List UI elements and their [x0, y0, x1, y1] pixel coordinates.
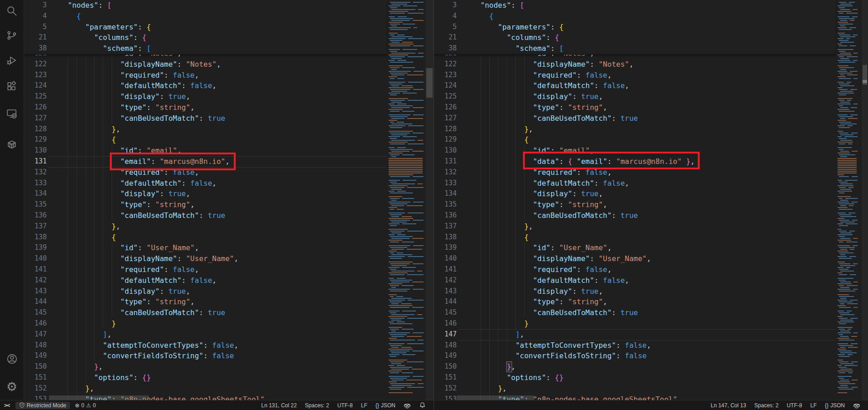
- language-mode[interactable]: {} JSON: [373, 402, 398, 409]
- minimap[interactable]: [836, 0, 859, 400]
- remote-explorer-icon[interactable]: [0, 103, 24, 124]
- line-number[interactable]: 144: [434, 296, 457, 307]
- cursor-position[interactable]: Ln 131, Col 22: [259, 402, 299, 409]
- line-number[interactable]: 126: [24, 102, 47, 113]
- line-number[interactable]: 145: [434, 307, 457, 318]
- code-line[interactable]: 138 {: [434, 232, 868, 243]
- line-number[interactable]: 139: [434, 242, 457, 253]
- remote-indicator[interactable]: ><: [2, 402, 12, 408]
- line-number[interactable]: 129: [24, 134, 47, 145]
- code-line[interactable]: 124 "defaultMatch": false,: [434, 80, 868, 91]
- code-line[interactable]: 136 "canBeUsedToMatch": true: [434, 210, 868, 221]
- code-line[interactable]: 151 "options": {}: [24, 372, 434, 383]
- editor-pane-right[interactable]: 121 "id": "Notes",122 "displayName": "No…: [434, 0, 868, 400]
- sticky-scroll-header[interactable]: 3 "nodes": [4 {5 "parameters": {21 "colu…: [434, 0, 836, 54]
- code-line[interactable]: 123 "required": false,: [24, 70, 434, 81]
- code-line[interactable]: 134 "display": true,: [24, 188, 434, 199]
- run-debug-icon[interactable]: [0, 49, 24, 71]
- eol-setting[interactable]: LF: [808, 402, 819, 409]
- source-control-icon[interactable]: [0, 25, 24, 46]
- code-line[interactable]: 142 "defaultMatch": false,: [434, 275, 868, 286]
- code-line[interactable]: 126 "type": "string",: [434, 102, 868, 113]
- code-line[interactable]: 148 "attemptToConvertTypes": false,: [434, 340, 868, 351]
- sticky-scroll-header[interactable]: 3 "nodes": [4 {5 "parameters": {21 "colu…: [24, 0, 387, 54]
- sticky-line[interactable]: 5 "parameters": {: [24, 22, 387, 33]
- line-number[interactable]: 150: [24, 361, 47, 372]
- code-line[interactable]: 133 "defaultMatch": false,: [24, 178, 434, 189]
- code-line[interactable]: 139 "id": "User_Name",: [434, 242, 868, 253]
- line-number[interactable]: 133: [24, 178, 47, 189]
- code-line[interactable]: 151 "options": {}: [434, 372, 868, 383]
- line-number[interactable]: 123: [24, 70, 47, 81]
- line-number[interactable]: 138: [434, 232, 457, 243]
- code-line[interactable]: 123 "required": false,: [434, 70, 868, 81]
- line-number[interactable]: 143: [434, 286, 457, 297]
- line-number[interactable]: 152: [24, 383, 47, 394]
- sticky-line[interactable]: 4 {: [24, 11, 387, 22]
- line-number[interactable]: 140: [24, 253, 47, 264]
- code-line[interactable]: 150 },: [24, 361, 434, 372]
- line-number[interactable]: 129: [434, 134, 457, 145]
- line-number[interactable]: 150: [434, 361, 457, 372]
- cursor-position[interactable]: Ln 147, Col 13: [709, 402, 749, 409]
- line-number[interactable]: 147: [434, 329, 457, 340]
- encoding-setting[interactable]: UTF-8: [784, 402, 804, 409]
- line-number[interactable]: 125: [24, 91, 47, 102]
- line-number[interactable]: 122: [24, 59, 47, 70]
- accounts-icon[interactable]: [0, 348, 24, 370]
- line-number[interactable]: 153: [24, 394, 47, 400]
- sticky-line[interactable]: 21 "columns": {: [24, 32, 387, 43]
- line-number[interactable]: 133: [434, 178, 457, 189]
- code-line[interactable]: 135 "type": "string",: [434, 199, 868, 210]
- line-number[interactable]: 151: [24, 372, 47, 383]
- line-number[interactable]: 142: [434, 275, 457, 286]
- code-line[interactable]: 133 "defaultMatch": false,: [434, 178, 868, 189]
- code-line[interactable]: 139 "id": "User_Name",: [24, 242, 434, 253]
- copilot-icon[interactable]: [851, 402, 863, 409]
- code-line[interactable]: 134 "display": true,: [434, 188, 868, 199]
- line-number[interactable]: 141: [434, 264, 457, 275]
- line-number[interactable]: 148: [434, 340, 457, 351]
- line-number[interactable]: 149: [24, 351, 47, 361]
- code-line[interactable]: 122 "displayName": "Notes",: [434, 59, 868, 70]
- minimap[interactable]: [387, 0, 425, 400]
- code-line[interactable]: 145 "canBeUsedToMatch": true: [24, 307, 434, 318]
- code-line[interactable]: 137 },: [434, 221, 868, 232]
- line-number[interactable]: 146: [434, 318, 457, 329]
- line-number[interactable]: 134: [434, 188, 457, 199]
- extensions-icon[interactable]: [0, 75, 24, 97]
- horizontal-scrollbar[interactable]: [49, 395, 149, 400]
- line-number[interactable]: 131: [434, 156, 457, 167]
- sticky-line[interactable]: 4 {: [434, 11, 836, 22]
- line-number[interactable]: 138: [24, 232, 47, 243]
- code-line[interactable]: 125 "display": true,: [434, 91, 868, 102]
- line-number[interactable]: 123: [434, 70, 457, 81]
- code-line[interactable]: 148 "attemptToConvertTypes": false,: [24, 340, 434, 351]
- line-number[interactable]: 135: [434, 199, 457, 210]
- line-number[interactable]: 132: [434, 167, 457, 178]
- code-line[interactable]: 140 "displayName": "User_Name",: [434, 253, 868, 264]
- line-number[interactable]: 145: [24, 307, 47, 318]
- code-line[interactable]: 128 },: [24, 124, 434, 135]
- language-mode[interactable]: {} JSON: [823, 402, 847, 409]
- eol-setting[interactable]: LF: [359, 402, 370, 409]
- editor-pane-left[interactable]: 121 "id": "Notes",122 "displayName": "No…: [24, 0, 434, 400]
- line-number[interactable]: 124: [434, 80, 457, 91]
- line-number[interactable]: 149: [434, 351, 457, 361]
- line-number[interactable]: 151: [434, 372, 457, 383]
- line-number[interactable]: 139: [24, 242, 47, 253]
- code-line[interactable]: 127 "canBeUsedToMatch": true: [24, 113, 434, 124]
- code-line[interactable]: 146 }: [24, 318, 434, 329]
- line-number[interactable]: 147: [24, 329, 47, 340]
- line-number[interactable]: 148: [24, 340, 47, 351]
- line-number[interactable]: 146: [24, 318, 47, 329]
- line-number[interactable]: 153: [434, 394, 457, 400]
- code-line[interactable]: 135 "type": "string",: [24, 199, 434, 210]
- line-number[interactable]: 127: [24, 113, 47, 124]
- notifications-bell-icon[interactable]: [417, 402, 428, 409]
- code-line[interactable]: 141 "required": false,: [434, 264, 868, 275]
- line-number[interactable]: 136: [434, 210, 457, 221]
- code-line[interactable]: 149 "convertFieldsToString": false: [434, 351, 868, 361]
- code-line[interactable]: 129 {: [24, 134, 434, 145]
- line-number[interactable]: 130: [434, 145, 457, 156]
